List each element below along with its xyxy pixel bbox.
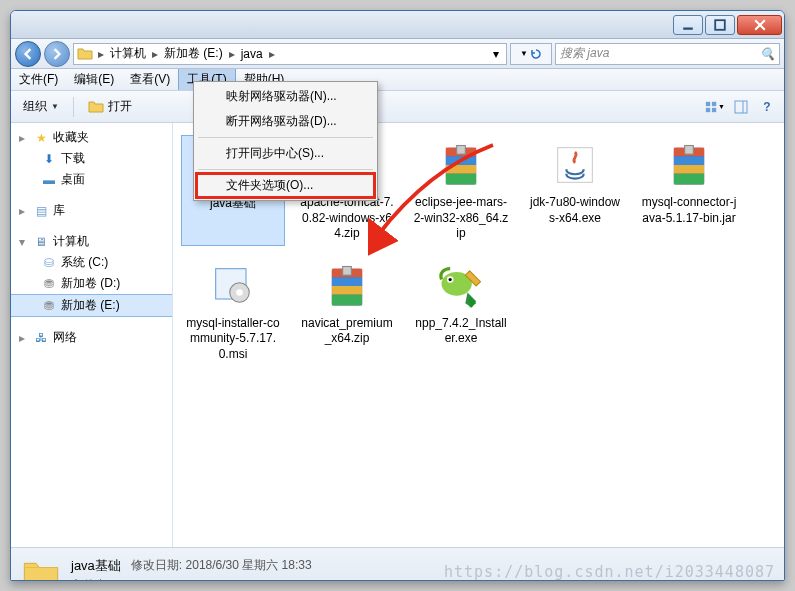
minimize-button[interactable] (673, 15, 703, 35)
java-icon (549, 139, 601, 191)
nav-libraries[interactable]: ▸▤库 (11, 200, 172, 221)
organize-button[interactable]: 组织 ▼ (17, 96, 65, 117)
status-name: java基础 (71, 557, 121, 575)
svg-rect-21 (457, 146, 466, 155)
file-name: mysql-connector-java-5.1.17-bin.jar (641, 195, 737, 226)
network-label: 网络 (53, 329, 77, 346)
search-input[interactable]: 搜索 java 🔍 (555, 43, 780, 65)
forward-button[interactable] (44, 41, 70, 67)
file-item[interactable]: npp_7.4.2_Installer.exe (409, 256, 513, 367)
body: ▸★收藏夹 ⬇下载 ▬桌面 ▸▤库 ▾🖥计算机 ⛁系统 (C:) ⛃新加卷 (D… (11, 123, 784, 547)
svg-rect-27 (674, 174, 704, 185)
svg-point-40 (449, 278, 452, 281)
close-button[interactable] (737, 15, 782, 35)
view-options-button[interactable]: ▼ (704, 96, 726, 118)
open-label: 打开 (108, 98, 132, 115)
svg-rect-4 (706, 101, 710, 105)
chevron-right-icon[interactable]: ▸ (96, 47, 106, 61)
help-button[interactable]: ? (756, 96, 778, 118)
explorer-window: ▸ 计算机 ▸ 新加卷 (E:) ▸ java ▸ ▾ ▼ 搜索 java 🔍 … (10, 10, 785, 581)
chevron-right-icon[interactable]: ▸ (267, 47, 277, 61)
tools-menu-dropdown: 映射网络驱动器(N)... 断开网络驱动器(D)... 打开同步中心(S)...… (193, 81, 378, 201)
svg-rect-19 (446, 165, 476, 174)
downloads-label: 下载 (61, 150, 85, 167)
file-name: navicat_premium_x64.zip (299, 316, 395, 347)
zip-icon (321, 260, 373, 312)
file-name: apache-tomcat-7.0.82-windows-x64.zip (299, 195, 395, 242)
chevron-right-icon[interactable]: ▸ (227, 47, 237, 61)
file-item[interactable]: mysql-installer-community-5.7.17.0.msi (181, 256, 285, 367)
open-button[interactable]: 打开 (82, 96, 138, 117)
library-icon: ▤ (33, 203, 49, 219)
folder-icon (21, 555, 61, 581)
nav-network[interactable]: ▸🖧网络 (11, 327, 172, 348)
nav-drive-d[interactable]: ⛃新加卷 (D:) (11, 273, 172, 294)
mod-value: 2018/6/30 星期六 18:33 (186, 558, 312, 572)
path-segment-drive[interactable]: 新加卷 (E:) (160, 45, 227, 62)
path-dropdown-icon[interactable]: ▾ (489, 47, 503, 61)
msi-icon (207, 260, 259, 312)
divider (73, 97, 74, 117)
svg-rect-25 (674, 156, 704, 165)
download-icon: ⬇ (41, 151, 57, 167)
drive-icon: ⛁ (41, 255, 57, 271)
zip-icon (663, 139, 715, 191)
nav-desktop[interactable]: ▬桌面 (11, 169, 172, 190)
svg-rect-35 (332, 286, 362, 295)
menu-sync-center[interactable]: 打开同步中心(S)... (196, 141, 375, 166)
title-bar (11, 11, 784, 39)
drive-icon: ⛃ (41, 276, 57, 292)
path-segment-computer[interactable]: 计算机 (106, 45, 150, 62)
path-box[interactable]: ▸ 计算机 ▸ 新加卷 (E:) ▸ java ▸ ▾ (73, 43, 507, 65)
nav-downloads[interactable]: ⬇下载 (11, 148, 172, 169)
chevron-down-icon: ▼ (718, 103, 725, 110)
network-icon: 🖧 (33, 330, 49, 346)
nav-computer[interactable]: ▾🖥计算机 (11, 231, 172, 252)
menu-edit[interactable]: 编辑(E) (66, 69, 122, 90)
nav-favorites[interactable]: ▸★收藏夹 (11, 127, 172, 148)
drive-icon: ⛃ (41, 298, 57, 314)
file-item[interactable]: jdk-7u80-windows-x64.exe (523, 135, 627, 246)
menu-map-drive[interactable]: 映射网络驱动器(N)... (196, 84, 375, 109)
desktop-icon: ▬ (41, 172, 57, 188)
file-name: mysql-installer-community-5.7.17.0.msi (185, 316, 281, 363)
path-segment-folder[interactable]: java (237, 47, 267, 61)
drive-c-label: 系统 (C:) (61, 254, 108, 271)
folder-icon (77, 46, 93, 62)
desktop-label: 桌面 (61, 171, 85, 188)
navigation-pane: ▸★收藏夹 ⬇下载 ▬桌面 ▸▤库 ▾🖥计算机 ⛁系统 (C:) ⛃新加卷 (D… (11, 123, 173, 547)
svg-rect-5 (712, 101, 716, 105)
file-item[interactable]: navicat_premium_x64.zip (295, 256, 399, 367)
open-folder-icon (88, 99, 104, 115)
expand-icon: ▸ (19, 204, 29, 218)
chevron-down-icon: ▼ (520, 49, 528, 58)
file-item[interactable]: eclipse-jee-mars-2-win32-x86_64.zip (409, 135, 513, 246)
menu-view[interactable]: 查看(V) (122, 69, 178, 90)
svg-rect-26 (674, 165, 704, 174)
nav-drive-e[interactable]: ⛃新加卷 (E:) (11, 294, 172, 317)
computer-label: 计算机 (53, 233, 89, 250)
expand-icon: ▾ (19, 235, 29, 249)
menu-disconnect-drive[interactable]: 断开网络驱动器(D)... (196, 109, 375, 134)
maximize-button[interactable] (705, 15, 735, 35)
svg-rect-1 (715, 20, 725, 30)
svg-rect-36 (332, 294, 362, 305)
menu-folder-options[interactable]: 文件夹选项(O)... (196, 173, 375, 198)
svg-rect-20 (446, 174, 476, 185)
back-button[interactable] (15, 41, 41, 67)
menu-separator (198, 137, 373, 138)
drive-e-label: 新加卷 (E:) (61, 297, 120, 314)
chevron-right-icon[interactable]: ▸ (150, 47, 160, 61)
nav-drive-c[interactable]: ⛁系统 (C:) (11, 252, 172, 273)
file-item[interactable]: mysql-connector-java-5.1.17-bin.jar (637, 135, 741, 246)
refresh-icon (530, 48, 542, 60)
command-bar: 组织 ▼ 打开 包含到库中 新建文件夹 ▼ ? (11, 91, 784, 123)
menu-file[interactable]: 文件(F) (11, 69, 66, 90)
refresh-button[interactable]: ▼ (510, 43, 552, 65)
expand-icon: ▸ (19, 131, 29, 145)
svg-rect-8 (735, 101, 747, 113)
organize-label: 组织 (23, 98, 47, 115)
preview-pane-button[interactable] (730, 96, 752, 118)
watermark: https://blog.csdn.net/i2033448087 (444, 563, 775, 581)
search-placeholder: 搜索 java (560, 45, 609, 62)
